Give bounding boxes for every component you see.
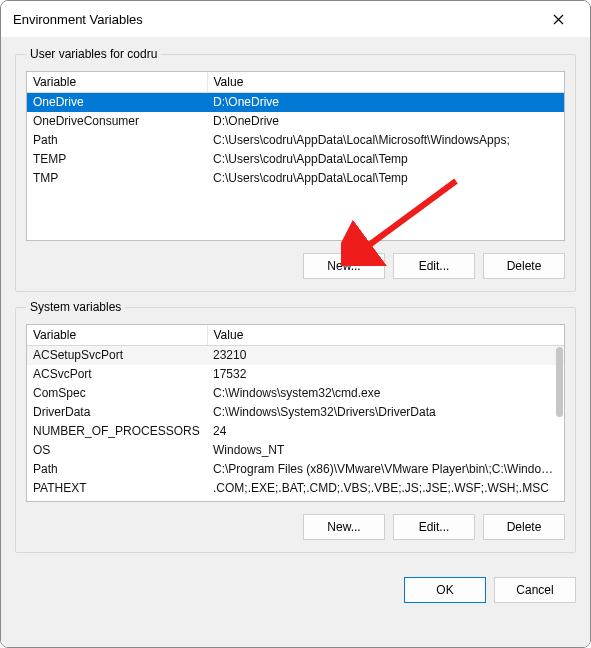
cell-variable: TMP [27,169,207,188]
user-variables-group: User variables for codru Variable Value … [15,47,576,292]
system-new-button[interactable]: New... [303,514,385,540]
close-icon [553,14,564,25]
system-buttons-row: New... Edit... Delete [26,514,565,540]
user-buttons-row: New... Edit... Delete [26,253,565,279]
cell-value: 23210 [207,346,564,366]
cell-variable: Path [27,131,207,150]
ok-button[interactable]: OK [404,577,486,603]
window-title: Environment Variables [13,12,538,27]
table-row[interactable]: OSWindows_NT [27,441,564,460]
table-row[interactable]: PATHEXT.COM;.EXE;.BAT;.CMD;.VBS;.VBE;.JS… [27,479,564,498]
cell-value: Windows_NT [207,441,564,460]
cell-value: D:\OneDrive [207,112,564,131]
close-button[interactable] [538,4,578,34]
user-variables-table-wrap: Variable Value OneDriveD:\OneDriveOneDri… [26,71,565,241]
cell-value: 24 [207,422,564,441]
cell-value: D:\OneDrive [207,93,564,113]
cell-variable: OS [27,441,207,460]
user-variables-table[interactable]: Variable Value OneDriveD:\OneDriveOneDri… [27,72,564,188]
cell-variable: NUMBER_OF_PROCESSORS [27,422,207,441]
cell-value: C:\Windows\System32\Drivers\DriverData [207,403,564,422]
cancel-button[interactable]: Cancel [494,577,576,603]
table-row[interactable]: PathC:\Program Files (x86)\VMware\VMware… [27,460,564,479]
table-row[interactable]: OneDriveD:\OneDrive [27,93,564,113]
system-delete-button[interactable]: Delete [483,514,565,540]
table-row[interactable]: NUMBER_OF_PROCESSORS24 [27,422,564,441]
cell-value: .COM;.EXE;.BAT;.CMD;.VBS;.VBE;.JS;.JSE;.… [207,479,564,498]
user-col-value[interactable]: Value [207,72,564,93]
cell-variable: DriverData [27,403,207,422]
table-row[interactable]: ACSetupSvcPort23210 [27,346,564,366]
cell-value: 17532 [207,365,564,384]
cell-variable: OneDriveConsumer [27,112,207,131]
cell-variable: ACSetupSvcPort [27,346,207,366]
table-row[interactable]: PathC:\Users\codru\AppData\Local\Microso… [27,131,564,150]
system-edit-button[interactable]: Edit... [393,514,475,540]
system-variables-table-wrap: Variable Value ACSetupSvcPort23210ACSvcP… [26,324,565,502]
system-variables-group: System variables Variable Value ACSetupS… [15,300,576,553]
table-row[interactable]: ComSpecC:\Windows\system32\cmd.exe [27,384,564,403]
cell-variable: TEMP [27,150,207,169]
cell-value: C:\Users\codru\AppData\Local\Microsoft\W… [207,131,564,150]
dialog-footer: OK Cancel [15,561,576,603]
table-row[interactable]: ACSvcPort17532 [27,365,564,384]
table-row[interactable]: TEMPC:\Users\codru\AppData\Local\Temp [27,150,564,169]
scrollbar-thumb[interactable] [556,347,563,417]
titlebar: Environment Variables [1,1,590,37]
cell-variable: ComSpec [27,384,207,403]
cell-variable: ACSvcPort [27,365,207,384]
user-col-variable[interactable]: Variable [27,72,207,93]
cell-variable: PATHEXT [27,479,207,498]
system-variables-legend: System variables [26,300,125,314]
sys-col-value[interactable]: Value [207,325,564,346]
cell-value: C:\Program Files (x86)\VMware\VMware Pla… [207,460,564,479]
cell-value: C:\Windows\system32\cmd.exe [207,384,564,403]
user-variables-legend: User variables for codru [26,47,161,61]
cell-variable: Path [27,460,207,479]
table-row[interactable]: TMPC:\Users\codru\AppData\Local\Temp [27,169,564,188]
sys-col-variable[interactable]: Variable [27,325,207,346]
cell-value: C:\Users\codru\AppData\Local\Temp [207,150,564,169]
system-variables-table[interactable]: Variable Value ACSetupSvcPort23210ACSvcP… [27,325,564,498]
table-row[interactable]: DriverDataC:\Windows\System32\Drivers\Dr… [27,403,564,422]
dialog-content: User variables for codru Variable Value … [1,37,590,647]
user-edit-button[interactable]: Edit... [393,253,475,279]
user-new-button[interactable]: New... [303,253,385,279]
cell-value: C:\Users\codru\AppData\Local\Temp [207,169,564,188]
user-delete-button[interactable]: Delete [483,253,565,279]
table-row[interactable]: OneDriveConsumerD:\OneDrive [27,112,564,131]
cell-variable: OneDrive [27,93,207,113]
